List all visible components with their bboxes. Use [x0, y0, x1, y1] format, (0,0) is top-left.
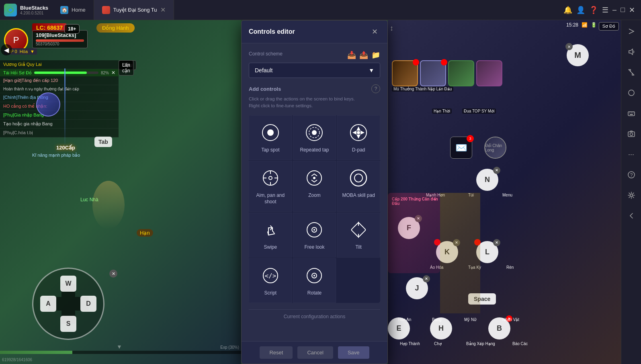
- sidebar-rotate-btn[interactable]: [624, 86, 639, 100]
- export-icon[interactable]: 📤: [359, 51, 368, 59]
- sidebar-resize-btn[interactable]: [624, 65, 639, 80]
- h-key[interactable]: H: [430, 317, 452, 339]
- level-up-text: 120Cấp: [56, 145, 75, 151]
- help-icon-btn[interactable]: ?: [371, 84, 380, 93]
- skill-dot-2: [441, 59, 447, 65]
- maximize-button[interactable]: □: [621, 6, 625, 14]
- control-script[interactable]: </> Script: [249, 258, 292, 303]
- zoom-icon: [304, 168, 325, 188]
- nav-left-btn[interactable]: ◀: [1, 44, 12, 55]
- minimize-button[interactable]: –: [612, 6, 616, 14]
- tab-game[interactable]: Tuyệt Đại Song Tu ✕: [94, 0, 174, 20]
- sidebar-keyboard-btn[interactable]: [624, 106, 639, 121]
- menu-icon[interactable]: ☰: [602, 6, 608, 14]
- chat-item-8: [Phụ]C.hóa t.bị: [0, 129, 119, 137]
- config-section: Current configuration actions: [249, 309, 380, 323]
- scheme-dropdown[interactable]: Default ▼: [249, 63, 380, 78]
- control-moba-skill-pad[interactable]: MOBA skill pad: [337, 161, 380, 212]
- svg-point-3: [267, 129, 274, 136]
- aim-pan-shoot-label: Aim, pan and shoot: [252, 192, 289, 205]
- j-close[interactable]: ✕: [423, 275, 430, 282]
- expand-left-icon[interactable]: ↕: [390, 24, 393, 33]
- bao-cac-label: Báo Các: [512, 342, 528, 346]
- scheme-action-icons: 📥 📤 📁: [347, 51, 380, 59]
- script-icon: </>: [260, 265, 281, 286]
- skill-icon-2[interactable]: [420, 60, 446, 86]
- control-tilt[interactable]: Tilt: [337, 213, 380, 258]
- modal-close-button[interactable]: ✕: [369, 26, 380, 37]
- wasd-close[interactable]: ✕: [109, 270, 117, 278]
- sidebar-help-btn[interactable]: ?: [624, 168, 639, 182]
- n-close-x[interactable]: ✕: [493, 167, 500, 174]
- skill-icon-1[interactable]: [392, 60, 418, 86]
- svg-point-46: [630, 194, 633, 196]
- skill-text: Kĩ năng mạnh pháp bảo: [32, 153, 80, 158]
- l-close[interactable]: ✕: [493, 239, 500, 246]
- deco-area-gold: [440, 193, 480, 313]
- control-tap-spot[interactable]: Tap spot: [249, 115, 292, 160]
- hạn-badge: Hạn: [137, 229, 153, 237]
- coordinates: 619928/1641606: [2, 358, 32, 362]
- add-controls-header: Add controls ?: [249, 84, 380, 93]
- skill-icon-4[interactable]: [476, 60, 502, 86]
- n-key[interactable]: N ✕: [476, 169, 498, 191]
- aim-pan-shoot-icon: [260, 168, 281, 188]
- right-game-panel: 15:28 📶 🔋 Sơ Đồ M ✕: [388, 20, 621, 364]
- control-zoom[interactable]: Zoom: [293, 161, 336, 212]
- import-icon[interactable]: 📥: [347, 51, 356, 59]
- cancel-button[interactable]: Cancel: [297, 346, 333, 359]
- control-swipe[interactable]: Swipe: [249, 213, 292, 258]
- svg-point-5: [312, 130, 317, 135]
- dong-hanh-btn[interactable]: Đồng Hành: [96, 23, 135, 33]
- reset-button[interactable]: Reset: [260, 346, 293, 359]
- m-close[interactable]: ✕: [565, 43, 573, 50]
- chat-panel: Vương Giả Quy Lai Tái Hồi Sơ Đồ 82% ✕ [H…: [0, 60, 119, 137]
- sidebar-back-btn[interactable]: [624, 209, 639, 223]
- folder-icon[interactable]: 📁: [371, 51, 380, 59]
- mua-thuong-label: Mú Thưởng Thành Nập Lần Đầu: [392, 86, 453, 92]
- control-rotate[interactable]: Rotate: [293, 258, 336, 303]
- j-key[interactable]: J ✕: [406, 277, 428, 299]
- chat-item-7: Tạo hoặc gia nhập Bang: [0, 120, 119, 129]
- mail-badge: 3: [467, 135, 474, 142]
- wasd-inner: W A S D: [40, 276, 96, 332]
- bang-xep-hang-label: Bảng Xếp Hạng: [466, 342, 495, 346]
- close-button[interactable]: ✕: [629, 6, 635, 14]
- scheme-header: Control scheme 📥 📤 📁: [249, 51, 380, 59]
- controls-grid: Tap spot Repeated tap: [249, 115, 380, 303]
- help-icon[interactable]: ❓: [589, 6, 598, 14]
- tab-close-icon[interactable]: ✕: [160, 6, 166, 14]
- tab-home[interactable]: 🏠 Home: [52, 0, 94, 20]
- svg-marker-10: [352, 131, 356, 135]
- svg-line-34: [629, 70, 634, 75]
- key-w: W: [60, 276, 76, 292]
- save-button[interactable]: Save: [338, 346, 369, 359]
- hop-thanh-label: Hợp Thành: [400, 342, 420, 346]
- sidebar-expand-btn[interactable]: [624, 24, 639, 39]
- skill-icon-3[interactable]: [448, 60, 474, 86]
- mission-close[interactable]: ✕: [111, 70, 115, 76]
- sidebar-volume-btn[interactable]: [624, 45, 639, 59]
- sidebar-settings-btn[interactable]: [624, 188, 639, 202]
- repeated-tap-label: Repeated tap: [300, 147, 329, 153]
- controls-editor-modal: Controls editor ✕ Control scheme 📥 📤 📁: [241, 20, 388, 364]
- so-do-btn[interactable]: Sơ Đồ: [599, 22, 619, 31]
- control-dpad[interactable]: D-pad: [337, 115, 380, 160]
- e-key[interactable]: E: [388, 317, 410, 339]
- character-portrait[interactable]: Đổi Chân Long: [484, 137, 506, 159]
- bluestacks-logo: BlueStacks 4.200.0.5201: [0, 4, 52, 16]
- mail-icon[interactable]: ✉️ 3: [450, 137, 472, 159]
- age-badge: 18+: [64, 24, 80, 34]
- sidebar-camera-btn[interactable]: [624, 127, 639, 141]
- svg-text:</>: </>: [264, 272, 276, 280]
- modal-footer: Reset Cancel Save: [242, 341, 387, 364]
- control-free-look[interactable]: Free look: [293, 213, 336, 258]
- nav-lan-can[interactable]: Lân cận: [119, 60, 134, 76]
- skill-dot-1: [413, 59, 419, 65]
- notification-icon[interactable]: 🔔: [563, 6, 572, 14]
- control-aim-pan-shoot[interactable]: Aim, pan and shoot: [249, 161, 292, 212]
- hp-value: 50370/50370: [36, 42, 84, 46]
- sidebar-more-btn[interactable]: ···: [624, 147, 639, 162]
- account-icon[interactable]: 👤: [576, 6, 585, 14]
- control-repeated-tap[interactable]: Repeated tap: [293, 115, 336, 160]
